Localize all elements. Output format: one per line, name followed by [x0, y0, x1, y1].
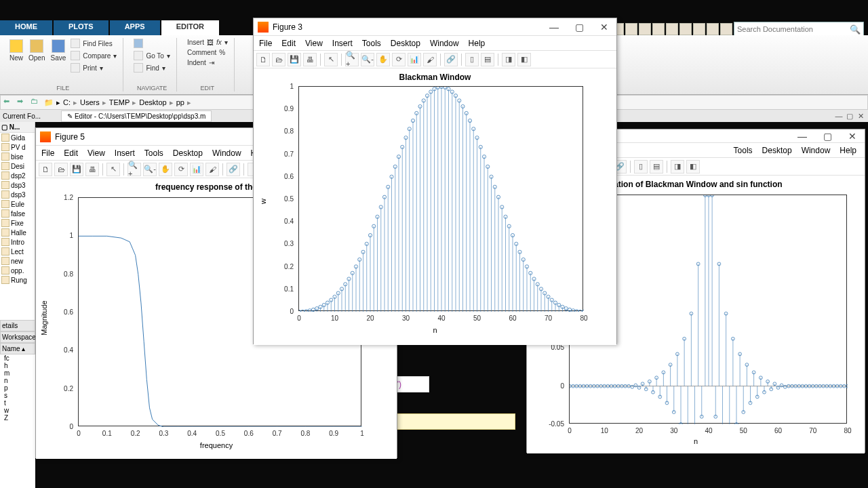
legend-icon[interactable]: ▤	[650, 160, 663, 174]
tab-editor[interactable]: EDITOR	[161, 20, 219, 35]
menu-tools[interactable]: Tools	[734, 146, 753, 155]
close-icon[interactable]: ✕	[856, 111, 865, 121]
save-icon[interactable]: 💾	[70, 163, 83, 176]
crumb[interactable]: TEMP	[109, 98, 130, 106]
file-item[interactable]: Lect	[0, 247, 35, 256]
menu-file[interactable]: File	[259, 39, 272, 48]
qa-btn[interactable]	[625, 23, 637, 35]
workspace-var[interactable]: m	[0, 369, 35, 377]
indent-button[interactable]: Indent ⇥	[186, 58, 229, 67]
menu-insert[interactable]: Insert	[332, 39, 353, 48]
menu-tools[interactable]: Tools	[362, 39, 381, 48]
pan-icon[interactable]: ✋	[159, 163, 172, 176]
colorbar-icon[interactable]: ▯	[634, 160, 648, 174]
link-icon[interactable]: 🔗	[444, 53, 458, 66]
menu-desktop[interactable]: Desktop	[391, 39, 420, 48]
findfiles-button[interactable]: Find Files	[70, 38, 117, 49]
menu-help[interactable]: Help	[469, 39, 486, 48]
file-item[interactable]: Desi	[0, 161, 35, 171]
file-item[interactable]: dsp3	[0, 190, 35, 199]
file-item[interactable]: false	[0, 209, 35, 218]
pan-icon[interactable]: ✋	[376, 53, 390, 66]
colorbar-icon[interactable]: ▯	[465, 53, 479, 66]
search-icon[interactable]: 🔍	[850, 24, 861, 35]
qa-btn[interactable]	[693, 23, 705, 35]
qa-btn[interactable]	[639, 23, 651, 35]
menu-window[interactable]: Window	[430, 39, 459, 48]
goto-button[interactable]: Go To ▾	[133, 50, 171, 61]
tab-home[interactable]: HOME	[0, 20, 52, 35]
file-item[interactable]: dsp3	[0, 180, 35, 190]
zoomout-icon[interactable]: 🔍-	[361, 53, 374, 66]
zoomout-icon[interactable]: 🔍-	[143, 163, 157, 176]
menu-tools[interactable]: Tools	[144, 148, 163, 158]
menu-file[interactable]: File	[41, 148, 54, 158]
min-icon[interactable]: —	[834, 111, 844, 121]
menu-view[interactable]: View	[305, 39, 323, 48]
print-icon[interactable]: 🖶	[303, 53, 317, 66]
file-item[interactable]: Intro	[0, 237, 35, 247]
print-button[interactable]: Print ▾	[70, 62, 117, 73]
save-icon[interactable]: 💾	[288, 53, 301, 66]
zoomin-icon[interactable]: 🔍+	[345, 53, 359, 66]
open-icon[interactable]: 🗁	[272, 53, 285, 66]
file-item[interactable]: bise	[0, 152, 35, 161]
workspace-var[interactable]: h	[0, 362, 35, 369]
find-button[interactable]: Find ▾	[133, 62, 171, 73]
pointer-icon[interactable]: ↖	[106, 163, 120, 176]
insert-button[interactable]: Insert 🖾 fx ▾	[186, 38, 229, 47]
new-button[interactable]: New	[8, 38, 24, 85]
print-icon[interactable]: 🖶	[85, 163, 99, 176]
dock-icon[interactable]: ◨	[671, 160, 684, 174]
new-fig-icon[interactable]: 🗋	[256, 53, 270, 66]
qa-btn[interactable]	[720, 23, 732, 35]
workspace-header[interactable]: Workspace	[0, 331, 35, 343]
rotate-icon[interactable]: ⟳	[174, 163, 188, 176]
dock2-icon[interactable]: ◧	[517, 53, 531, 66]
menu-desktop[interactable]: Desktop	[762, 146, 792, 155]
editor-doc-tab[interactable]: ✎ Editor - C:\Users\TEMP\Desktop\pp\dsp3…	[61, 110, 212, 122]
workspace-var[interactable]: w	[0, 407, 35, 414]
crumb[interactable]: pp	[176, 98, 184, 106]
ws-col-header[interactable]: Name ▴	[0, 343, 35, 354]
crumb-drive[interactable]: C:	[63, 98, 71, 106]
menu-desktop[interactable]: Desktop	[173, 148, 203, 158]
path-back-icon[interactable]: ⬅	[3, 97, 14, 108]
brush-icon[interactable]: 🖌	[205, 163, 219, 176]
menu-edit[interactable]: Edit	[64, 148, 78, 158]
workspace-var[interactable]: n	[0, 377, 35, 384]
workspace-var[interactable]: s	[0, 392, 35, 399]
datatip-icon[interactable]: 📊	[408, 53, 421, 66]
search-documentation[interactable]: 🔍	[734, 22, 864, 37]
search-input[interactable]	[737, 25, 850, 33]
file-item[interactable]: Eule	[0, 199, 35, 209]
workspace-var[interactable]: p	[0, 384, 35, 392]
file-item[interactable]: Gida	[0, 133, 35, 142]
compare-button[interactable]: Compare ▾	[70, 50, 117, 61]
qa-btn[interactable]	[707, 23, 719, 35]
open-button[interactable]: Open	[27, 38, 46, 85]
save-button[interactable]: Save	[49, 38, 67, 85]
menu-insert[interactable]: Insert	[115, 148, 135, 158]
file-item[interactable]: opp.	[0, 266, 35, 275]
menu-help[interactable]: Help	[840, 146, 856, 155]
figure3-titlebar[interactable]: Figure 3 —▢✕	[254, 18, 616, 36]
file-item[interactable]: Halle	[0, 228, 35, 237]
min-icon[interactable]: —	[545, 22, 563, 33]
workspace-var[interactable]: Z	[0, 414, 35, 422]
tab-plots[interactable]: PLOTS	[54, 20, 108, 35]
brush-icon[interactable]: 🖌	[423, 53, 437, 66]
workspace-var[interactable]: fc	[0, 354, 35, 362]
path-up-icon[interactable]: 🗀	[31, 97, 41, 108]
close-icon[interactable]: ✕	[844, 131, 861, 142]
dock-icon[interactable]: ◨	[502, 53, 515, 66]
nav-back[interactable]	[133, 38, 171, 49]
pointer-icon[interactable]: ↖	[324, 53, 338, 66]
col-header[interactable]: ▢ N...	[0, 122, 35, 133]
menu-view[interactable]: View	[87, 148, 105, 158]
close-icon[interactable]: ✕	[596, 22, 612, 33]
qa-btn[interactable]	[679, 23, 692, 35]
file-item[interactable]: new	[0, 256, 35, 266]
file-item[interactable]: dsp2	[0, 171, 35, 180]
file-item[interactable]: Fixe	[0, 218, 35, 228]
